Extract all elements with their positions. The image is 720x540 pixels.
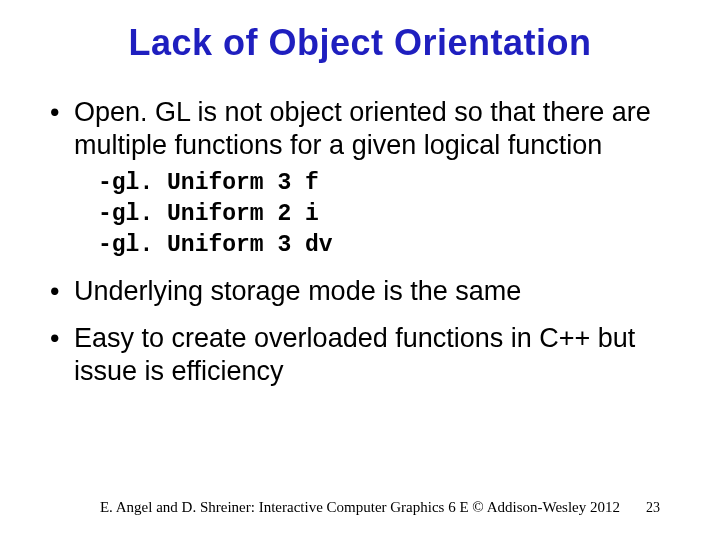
code-item: gl. Uniform 2 i (98, 199, 680, 230)
bullet-item: Easy to create overloaded functions in C… (50, 322, 680, 388)
bullet-item: Underlying storage mode is the same (50, 275, 680, 308)
slide-title: Lack of Object Orientation (0, 0, 720, 82)
code-text: gl. Uniform 3 dv (112, 232, 333, 258)
bullet-item: Open. GL is not object oriented so that … (50, 96, 680, 162)
code-item: gl. Uniform 3 dv (98, 230, 680, 261)
page-number: 23 (646, 500, 660, 516)
footer-text: E. Angel and D. Shreiner: Interactive Co… (0, 499, 720, 516)
code-item: gl. Uniform 3 f (98, 168, 680, 199)
code-text: gl. Uniform 3 f (112, 170, 319, 196)
slide-body: Open. GL is not object oriented so that … (0, 96, 720, 388)
code-sublist: gl. Uniform 3 f gl. Uniform 2 i gl. Unif… (50, 168, 680, 261)
code-text: gl. Uniform 2 i (112, 201, 319, 227)
slide: Lack of Object Orientation Open. GL is n… (0, 0, 720, 540)
